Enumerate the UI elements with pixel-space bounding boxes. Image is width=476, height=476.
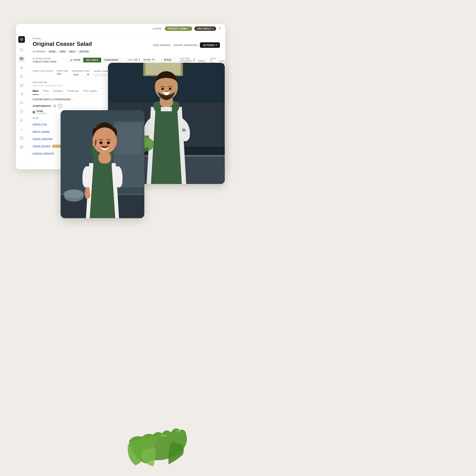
sidebar: [16, 34, 27, 169]
usage-label: Usage: [36, 110, 47, 112]
custom-units-arrow[interactable]: ↓: [72, 98, 74, 101]
tab-main[interactable]: Main: [33, 89, 39, 95]
shelf-life-field: SHELF LIFE (DAYS) —: [33, 70, 53, 75]
svg-point-24: [161, 88, 164, 90]
yield-unit-select[interactable]: serving oz g: [141, 57, 155, 62]
sidebar-item-menus[interactable]: [18, 73, 25, 80]
find-errors-button[interactable]: FIND ERRORS: [153, 44, 170, 47]
add-component-button[interactable]: +: [58, 104, 62, 108]
cost-label: COST (BY LOCATION) ?: [180, 57, 195, 62]
svg-point-14: [21, 147, 22, 147]
custom-units-label[interactable]: CUSTOM UNITS & CONVERSIONS: [33, 98, 71, 101]
svg-rect-1: [21, 49, 23, 51]
ingredient-lettuce[interactable]: lettuce, romaine: [33, 130, 50, 133]
recipe-type-group: SHOW SELLABLE COMPONENT: [68, 57, 121, 63]
svg-point-4: [21, 67, 22, 68]
inventory-unit-field: INVENTORY UNIT each oz g: [72, 70, 90, 77]
ingredient-caesar-dressing[interactable]: Caesar Dressing: [33, 145, 51, 147]
cost-info-icon: ?: [193, 58, 195, 61]
external-name-field: EXTERNAL NAME Original Ceaser Salad: [33, 57, 64, 63]
prep-time-label: PREP TIME: [57, 70, 68, 72]
page-header-left: Original Ceaser Salad ALLERGENS EGGS FIS…: [33, 41, 153, 56]
sidebar-item-recipes[interactable]: [18, 55, 25, 63]
allergens-label: ALLERGENS: [33, 51, 46, 53]
usage-sub: Unprepped: [36, 112, 47, 114]
ingredient-cheese[interactable]: cheese, parmesan: [33, 137, 53, 140]
sidebar-item-editor[interactable]: [18, 82, 25, 89]
create-variation-button[interactable]: CREATE VARIATION: [173, 44, 197, 47]
sidebar-item-chat[interactable]: [18, 99, 25, 107]
svg-rect-10: [20, 137, 23, 140]
show-sellable-group: SHOW SELLABLE COMPONENT: [68, 57, 124, 63]
learn-label: LEARN: [153, 27, 161, 30]
svg-rect-33: [116, 123, 142, 154]
tab-nutrition[interactable]: Nutrition: [53, 89, 63, 95]
page-header-right: FIND ERRORS CREATE VARIATION ACTIONS ▾: [153, 42, 220, 48]
sidebar-item-settings[interactable]: [18, 143, 25, 151]
sidebar-item-reports[interactable]: [18, 108, 25, 116]
user-avatar[interactable]: F: [219, 27, 221, 30]
sidebar-item-copy[interactable]: [18, 46, 25, 54]
top-bar: LEARN PRODUCT DEMO ▾ SAO PAULO ▾ F: [16, 24, 225, 34]
page-header-row: Original Ceaser Salad ALLERGENS EGGS FIS…: [33, 41, 220, 56]
tab-print-labels[interactable]: Print Labels: [83, 89, 97, 95]
svg-point-44: [92, 144, 94, 146]
actions-button[interactable]: ACTIONS ▾: [200, 42, 220, 48]
price-label: PRICE: [198, 60, 206, 62]
yield-label: YIELD ?: [128, 58, 137, 61]
sidebar-item-lists[interactable]: [18, 90, 25, 98]
sidebar-logo: [18, 36, 25, 43]
product-demo-badge[interactable]: PRODUCT DEMO ▾: [165, 26, 192, 31]
yield-group: YIELD ? 1 serving oz g: [128, 57, 155, 62]
breadcrumb[interactable]: Recipes: [33, 37, 220, 40]
tab-produced[interactable]: Produced: [67, 89, 78, 95]
components-count: 9: [53, 104, 56, 108]
inventory-unit-label: INVENTORY UNIT: [72, 70, 90, 72]
usage-radio[interactable]: [33, 111, 35, 114]
sao-paulo-chevron: ▾: [212, 28, 214, 30]
usage-text: Usage Unprepped: [36, 110, 47, 114]
prep-time-value[interactable]: 10m: [57, 72, 68, 75]
inventory-unit-select[interactable]: each oz g: [72, 72, 90, 77]
concepts-label: CONCEPTS: [220, 60, 225, 62]
allergen-gluten: GLUTEN: [78, 50, 90, 53]
components-title: COMPONENTS: [33, 105, 51, 107]
female-chef-illustration: [61, 110, 144, 218]
photo-panel-female-chef: [61, 110, 144, 218]
svg-point-6: [21, 119, 22, 120]
product-demo-chevron: ▾: [188, 28, 189, 30]
page-title: Original Ceaser Salad: [33, 41, 153, 47]
sao-paulo-badge[interactable]: SAO PAULO ▾: [194, 26, 216, 31]
svg-point-37: [64, 189, 84, 198]
external-name-label: EXTERNAL NAME: [33, 57, 64, 60]
sidebar-item-calendar[interactable]: [18, 135, 25, 142]
sellable-btn[interactable]: SELLABLE: [83, 58, 101, 62]
sidebar-item-users[interactable]: [18, 117, 25, 124]
svg-point-25: [169, 88, 171, 90]
component-btn[interactable]: COMPONENT: [101, 58, 121, 62]
lettuce-decoration: [127, 424, 188, 468]
show-btn[interactable]: SHOW: [68, 58, 83, 62]
sidebar-item-ingredients[interactable]: [18, 64, 25, 71]
shelf-life-label: SHELF LIFE (DAYS): [33, 70, 53, 72]
female-chef-photo: [61, 110, 144, 218]
actions-chevron: ▾: [216, 44, 217, 47]
external-name-value[interactable]: Original Ceaser Salad: [33, 60, 64, 63]
tab-files[interactable]: Files: [43, 89, 49, 95]
recipe-badge: RECIPE: [52, 145, 61, 148]
scale-button[interactable]: SCALE: [161, 57, 174, 62]
lettuce-svg: [127, 424, 188, 468]
allergen-eggs: EGGS: [48, 50, 57, 53]
shelf-life-value[interactable]: —: [33, 72, 53, 75]
allergen-fish: FISH: [58, 50, 67, 53]
allergens-row: ALLERGENS EGGS FISH MILK GLUTEN: [33, 50, 153, 53]
svg-point-43: [108, 143, 114, 147]
svg-point-42: [96, 143, 101, 147]
yield-value[interactable]: 1: [139, 58, 140, 61]
allergen-milk: MILK: [68, 50, 77, 53]
ingredient-chicken[interactable]: chicken, fryer: [33, 123, 47, 125]
ingredient-croutons[interactable]: croutons, seasoned: [33, 152, 54, 154]
sidebar-item-analytics[interactable]: [18, 126, 25, 133]
yield-info-icon: ?: [135, 58, 137, 61]
svg-point-3: [20, 67, 23, 69]
